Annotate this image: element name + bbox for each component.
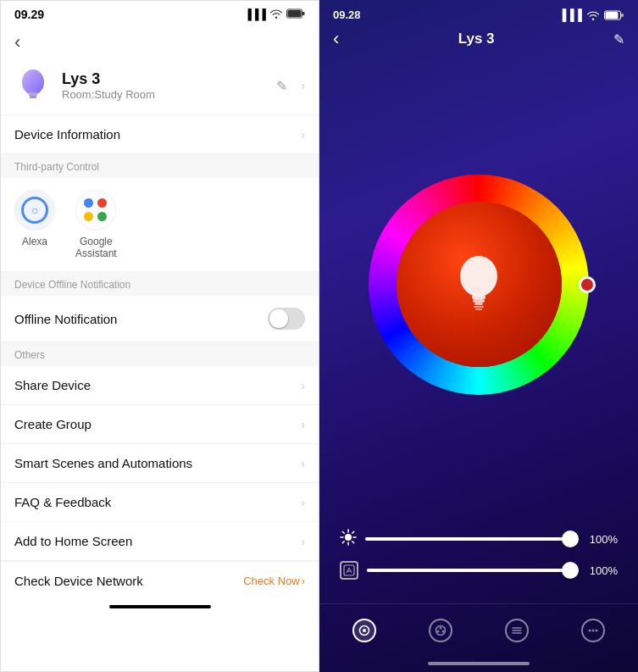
- brightness-slider-row: 100%: [340, 529, 618, 549]
- sliders-area: 100% 100%: [319, 520, 638, 603]
- device-icon: [14, 67, 52, 104]
- scenes-icon: [505, 619, 529, 642]
- brightness-icon: [340, 529, 357, 549]
- color-temp-slider-row: 100%: [340, 561, 618, 580]
- svg-rect-11: [473, 299, 485, 303]
- menu-item-label: FAQ & Feedback: [14, 495, 111, 509]
- svg-point-29: [440, 627, 442, 630]
- device-name: Lys 3: [62, 70, 266, 88]
- tab-more[interactable]: [575, 613, 611, 648]
- menu-item-add-home-screen[interactable]: Add to Home Screen ›: [1, 522, 319, 561]
- edit-icon[interactable]: ✎: [276, 78, 287, 94]
- color-temp-slider-fill: [367, 569, 579, 572]
- edit-icon-right[interactable]: ✎: [613, 31, 624, 47]
- menu-item-share-device[interactable]: Share Device ›: [1, 366, 319, 405]
- section-header-others: Others: [1, 342, 319, 366]
- tab-scenes[interactable]: [499, 613, 535, 648]
- more-icon: [581, 619, 605, 642]
- svg-point-27: [363, 629, 366, 632]
- device-info: Lys 3 Room:Study Room: [62, 70, 266, 101]
- svg-point-37: [596, 630, 598, 632]
- menu-item-label: Device Information: [14, 127, 120, 142]
- chevron-right-icon: ›: [301, 379, 305, 392]
- svg-rect-2: [302, 12, 305, 15]
- color-temp-slider-track[interactable]: [367, 569, 579, 572]
- brightness-slider-knob[interactable]: [562, 530, 579, 547]
- menu-item-smart-scenes[interactable]: Smart Scenes and Automations ›: [1, 444, 319, 483]
- check-now-button[interactable]: Check Now: [243, 575, 299, 587]
- alexa-ring-icon: ○: [21, 197, 48, 224]
- svg-rect-24: [344, 565, 354, 575]
- color-temp-icon: [340, 561, 358, 580]
- brightness-slider-fill: [365, 537, 579, 541]
- bulb-svg-icon: [449, 251, 508, 319]
- wifi-icon-right: [586, 10, 600, 20]
- menu-item-create-group[interactable]: Create Group ›: [1, 405, 319, 444]
- menu-item-label: Create Group: [14, 417, 92, 431]
- chevron-right-icon: ›: [301, 496, 305, 509]
- brightness-value: 100%: [587, 533, 618, 546]
- bottom-tabs: [319, 603, 638, 658]
- check-device-network-row: Check Device Network Check Now ›: [1, 561, 319, 600]
- alexa-label: Alexa: [22, 236, 47, 247]
- device-room: Room:Study Room: [62, 88, 266, 101]
- light-control-area: [319, 48, 638, 520]
- menu-item-device-info[interactable]: Device Information ›: [1, 115, 319, 154]
- bulb-center: [397, 202, 562, 367]
- menu-item-label: Share Device: [14, 378, 91, 392]
- brightness-slider-track[interactable]: [365, 537, 579, 541]
- tab-power[interactable]: [347, 613, 382, 648]
- home-indicator-left: [109, 605, 211, 608]
- svg-rect-7: [606, 12, 619, 19]
- menu-item-faq[interactable]: FAQ & Feedback ›: [1, 483, 319, 522]
- time-right: 09.28: [333, 8, 361, 21]
- svg-rect-5: [30, 96, 36, 98]
- status-bar-right: 09.28 ▐▐▐: [319, 0, 638, 25]
- right-panel: 09.28 ▐▐▐ ‹ Lys 3 ✎: [319, 0, 638, 672]
- status-bar-left: 09.29 ▐▐▐: [1, 1, 319, 25]
- google-dots-icon: [84, 198, 108, 222]
- right-status-icons: ▐▐▐: [558, 8, 624, 21]
- home-indicator-right: [428, 662, 530, 665]
- back-button-left[interactable]: ‹: [1, 25, 319, 60]
- battery-icon: [286, 8, 305, 21]
- svg-point-36: [592, 630, 595, 632]
- color-ring: [369, 175, 589, 395]
- back-button-right[interactable]: ‹: [333, 28, 339, 50]
- tab-palette[interactable]: [423, 613, 458, 648]
- third-party-section: ○ Alexa Google Assistant: [1, 178, 319, 272]
- check-now-chevron-icon: ›: [302, 575, 305, 587]
- chevron-icon: ›: [301, 79, 305, 92]
- svg-point-30: [442, 630, 445, 633]
- google-assistant-item[interactable]: Google Assistant: [75, 190, 117, 259]
- svg-point-35: [589, 630, 591, 632]
- alexa-logo: ○: [14, 190, 55, 230]
- back-arrow-left: ‹: [14, 31, 20, 53]
- svg-rect-1: [288, 10, 302, 17]
- section-header-offline: Device Offline Notification: [1, 272, 319, 296]
- offline-notification-label: Offline Notification: [14, 312, 117, 326]
- color-ring-handle[interactable]: [579, 276, 596, 293]
- wifi-icon: [269, 8, 283, 21]
- offline-notification-toggle[interactable]: [268, 308, 305, 330]
- menu-item-label: Add to Home Screen: [14, 534, 132, 548]
- time-left: 09.29: [14, 8, 44, 21]
- svg-line-20: [342, 531, 344, 533]
- battery-icon-right: [604, 10, 624, 20]
- color-ring-container[interactable]: [369, 175, 589, 395]
- signal-icon: ▐▐▐: [244, 8, 266, 20]
- svg-rect-12: [474, 303, 483, 305]
- svg-line-23: [342, 541, 344, 543]
- section-header-third-party: Third-party Control: [1, 154, 319, 178]
- color-temp-slider-knob[interactable]: [562, 562, 579, 579]
- color-temp-value: 100%: [587, 564, 618, 577]
- chevron-right-icon: ›: [301, 535, 305, 548]
- chevron-right-icon: ›: [301, 128, 305, 142]
- google-logo: [75, 190, 116, 230]
- svg-rect-8: [621, 14, 624, 17]
- left-panel: 09.29 ▐▐▐ ‹: [0, 0, 319, 672]
- alexa-item[interactable]: ○ Alexa: [14, 190, 55, 259]
- menu-item-label: Smart Scenes and Automations: [14, 456, 192, 470]
- svg-rect-4: [29, 92, 37, 96]
- svg-rect-10: [472, 295, 485, 299]
